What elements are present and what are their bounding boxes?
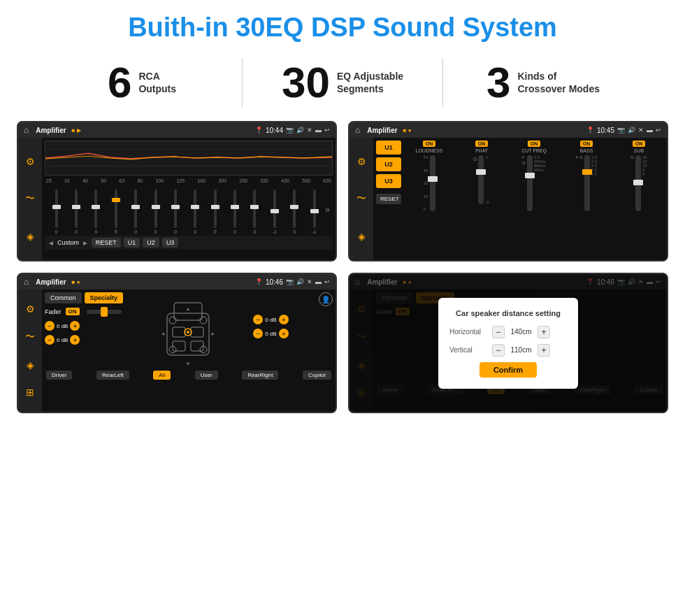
fader-screen: ⌂ Amplifier ■ ● 📍 10:46 📷 🔊 ✕ ▬ ↩ ⚙ 〜 ◈ … xyxy=(17,273,337,413)
confirm-button[interactable]: Confirm xyxy=(480,362,537,378)
fader-title: Amplifier xyxy=(36,278,66,286)
rear-left-btn[interactable]: RearLeft xyxy=(96,371,129,380)
eq-slider-7[interactable]: 0 xyxy=(166,189,184,234)
horizontal-plus-btn[interactable]: + xyxy=(538,326,550,338)
dialog-overlay: Car speaker distance setting Horizontal … xyxy=(349,274,667,412)
cutfreq-slider[interactable] xyxy=(527,155,533,211)
stat-label-crossover: Kinds ofCrossover Modes xyxy=(518,70,600,95)
horizontal-minus-btn[interactable]: − xyxy=(492,326,505,338)
eq-slider-12[interactable]: -1 xyxy=(266,189,283,234)
home-icon[interactable]: ⌂ xyxy=(24,125,29,135)
horizontal-row: Horizontal − 140cm + xyxy=(449,326,567,338)
right-bottom-db: − 0 dB + xyxy=(253,329,288,338)
all-btn[interactable]: All xyxy=(153,371,171,380)
eq-graph xyxy=(45,141,333,176)
amp2-back-icon[interactable]: ↩ xyxy=(656,127,661,134)
speaker-icon[interactable]: ◈ xyxy=(27,231,34,242)
amp2-speaker-icon[interactable]: ◈ xyxy=(358,231,366,242)
copilot-btn[interactable]: Copilot xyxy=(303,371,331,380)
bass-name: BASS xyxy=(580,148,593,153)
u2-preset-btn[interactable]: U2 xyxy=(376,157,401,171)
left-top-plus[interactable]: + xyxy=(70,321,80,331)
fader-wave-icon[interactable]: 〜 xyxy=(25,331,35,343)
u3-preset-btn[interactable]: U3 xyxy=(376,174,401,188)
phat-slider[interactable] xyxy=(478,155,484,204)
stat-label-eq: EQ AdjustableSegments xyxy=(337,70,403,95)
svg-rect-7 xyxy=(191,327,203,337)
u2-button[interactable]: U2 xyxy=(143,238,159,248)
phat-labels: FG xyxy=(485,155,490,204)
amp2-home-icon[interactable]: ⌂ xyxy=(355,125,360,135)
user-btn[interactable]: User xyxy=(195,371,218,380)
fader-expand-icon[interactable]: ⊞ xyxy=(26,387,34,398)
reset-button[interactable]: RESET xyxy=(92,238,121,248)
fader-track[interactable] xyxy=(87,310,122,314)
right-top-db: − 0 dB + xyxy=(253,315,288,324)
channel-sub: ON SUB G 20151050 xyxy=(614,141,664,257)
tab-specialty[interactable]: Specialty xyxy=(85,292,124,303)
prev-icon[interactable]: ◄ xyxy=(48,239,55,247)
fader-back-icon[interactable]: ↩ xyxy=(324,278,330,285)
eq-slider-3[interactable]: 0 xyxy=(87,189,105,234)
profile-icon[interactable]: 👤 xyxy=(319,292,333,306)
fader-camera-icon: 📷 xyxy=(286,278,294,285)
eq-slider-5[interactable]: 0 xyxy=(127,189,145,234)
vertical-plus-btn[interactable]: + xyxy=(538,344,550,357)
eq-slider-10[interactable]: 0 xyxy=(226,189,243,234)
amp2-title: Amplifier xyxy=(367,127,397,134)
amp2-camera-icon: 📷 xyxy=(617,127,625,134)
driver-btn[interactable]: Driver xyxy=(46,371,72,380)
u1-button[interactable]: U1 xyxy=(124,238,140,248)
amp2-eq-icon[interactable]: ⚙ xyxy=(357,156,366,167)
fader-eq-icon[interactable]: ⚙ xyxy=(26,303,35,315)
eq-slider-13[interactable]: 0 xyxy=(286,189,303,234)
u3-button[interactable]: U3 xyxy=(162,238,179,248)
eq-slider-2[interactable]: 0 xyxy=(67,189,85,234)
eq-slider-9[interactable]: 0 xyxy=(206,189,224,234)
fader-home-icon[interactable]: ⌂ xyxy=(24,277,29,287)
eq-slider-4[interactable]: 5 xyxy=(107,189,124,234)
vertical-row: Vertical − 110cm + xyxy=(449,344,567,357)
left-top-minus[interactable]: − xyxy=(45,321,55,331)
right-top-minus[interactable]: − xyxy=(253,315,263,324)
sub-on: ON xyxy=(633,141,646,147)
eq-slider-8[interactable]: 0 xyxy=(187,189,204,234)
eq-slider-14[interactable]: -1 xyxy=(305,189,323,234)
fader-speaker-icon[interactable]: ◈ xyxy=(27,359,34,371)
next-icon[interactable]: ► xyxy=(82,239,89,247)
expand-icon[interactable]: » xyxy=(325,205,330,215)
amp2-reset-btn[interactable]: RESET xyxy=(376,194,401,204)
eq-slider-11[interactable]: 0 xyxy=(246,189,264,234)
fader-header: Fader ON xyxy=(45,308,123,315)
vertical-minus-btn[interactable]: − xyxy=(492,344,505,357)
right-bottom-plus[interactable]: + xyxy=(279,329,289,338)
stat-label-rca: RCAOutputs xyxy=(138,70,176,95)
cutfreq-name: CUT FREQ xyxy=(521,148,547,153)
tab-common[interactable]: Common xyxy=(45,292,82,303)
eq-icon[interactable]: ⚙ xyxy=(26,156,35,167)
rear-right-btn[interactable]: RearRight xyxy=(242,371,278,380)
loudness-slider[interactable] xyxy=(430,155,435,211)
stat-number-rca: 6 xyxy=(108,61,131,104)
eq-freq-320: 320 xyxy=(260,178,268,183)
eq-time: 10:44 xyxy=(266,127,283,134)
stat-number-crossover: 3 xyxy=(486,61,510,104)
fader-thumb[interactable] xyxy=(101,307,108,317)
left-bottom-plus[interactable]: + xyxy=(70,335,80,345)
right-top-plus[interactable]: + xyxy=(279,315,289,324)
bass-slider[interactable] xyxy=(584,155,590,211)
wave-icon[interactable]: 〜 xyxy=(25,192,35,205)
right-bottom-minus[interactable]: − xyxy=(253,329,263,338)
fader-status-bar: ⌂ Amplifier ■ ● 📍 10:46 📷 🔊 ✕ ▬ ↩ xyxy=(18,274,336,289)
sub-slider[interactable] xyxy=(635,155,641,211)
amp2-time: 10:45 xyxy=(597,127,614,134)
amp2-wave-icon[interactable]: 〜 xyxy=(356,192,366,205)
eq-slider-1[interactable]: 0 xyxy=(48,189,65,234)
amp2-status-dots: ■ ● xyxy=(403,127,412,134)
eq-slider-6[interactable]: 0 xyxy=(147,189,164,234)
cutfreq-on: ON xyxy=(528,141,541,147)
back-icon[interactable]: ↩ xyxy=(324,127,330,134)
u1-preset-btn[interactable]: U1 xyxy=(376,141,401,155)
left-bottom-minus[interactable]: − xyxy=(45,335,55,345)
screens-grid: ⌂ Amplifier ■ ▶ 📍 10:44 📷 🔊 ✕ ▬ ↩ ⚙ 〜 ◈ xyxy=(0,118,685,420)
